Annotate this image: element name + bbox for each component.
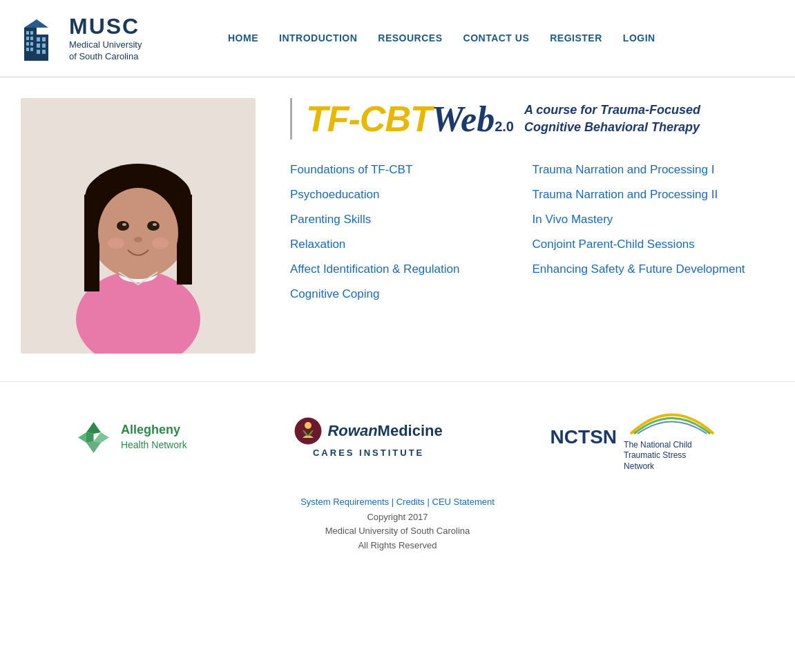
allegheny-logo: Allegheny Health Network xyxy=(75,419,187,457)
svg-rect-11 xyxy=(42,37,46,41)
svg-point-30 xyxy=(153,223,157,226)
svg-point-29 xyxy=(122,223,126,226)
svg-marker-37 xyxy=(86,441,101,453)
course-link-conjoint[interactable]: Conjoint Parent-Child Sessions xyxy=(533,235,775,254)
course-link-trauma2[interactable]: Trauma Narration and Processing II xyxy=(533,185,775,204)
svg-rect-12 xyxy=(37,44,40,48)
nav-introduction[interactable]: INTRODUCTION xyxy=(279,32,357,44)
footer-ceu[interactable]: CEU Statement xyxy=(432,497,495,507)
course-grid: Foundations of TF-CBT Psychoeducation Pa… xyxy=(290,160,774,304)
course-link-affect[interactable]: Affect Identification & Regulation xyxy=(290,260,533,279)
nctsn-full-name: The National Child Traumatic Stress Netw… xyxy=(624,440,713,472)
footer-links: System Requirements | Credits | CEU Stat… xyxy=(21,497,774,507)
allegheny-diamond-icon xyxy=(75,419,113,457)
svg-rect-14 xyxy=(37,50,40,54)
footer: System Requirements | Credits | CEU Stat… xyxy=(0,486,795,567)
course-link-parenting[interactable]: Parenting Skills xyxy=(290,210,533,229)
brand-tfcbt: TF-CBT xyxy=(306,98,432,140)
svg-marker-36 xyxy=(93,432,109,443)
svg-point-31 xyxy=(134,237,142,242)
right-content: TF-CBT Web 2.0 A course for Trauma-Focus… xyxy=(290,98,774,354)
main-content: TF-CBT Web 2.0 A course for Trauma-Focus… xyxy=(0,77,795,367)
header: MUSC Medical University of South Carolin… xyxy=(0,0,795,77)
footer-system-req[interactable]: System Requirements xyxy=(300,497,389,507)
svg-point-40 xyxy=(295,418,321,444)
course-col-left: Foundations of TF-CBT Psychoeducation Pa… xyxy=(290,160,533,304)
svg-point-41 xyxy=(305,422,312,429)
nctsn-arc-icon xyxy=(624,403,720,437)
rowan-logo: RowanMedicine CARES INSTITUTE xyxy=(294,417,442,458)
svg-rect-7 xyxy=(26,48,29,51)
svg-point-33 xyxy=(152,238,169,249)
course-link-relaxation[interactable]: Relaxation xyxy=(290,235,533,254)
rowan-medicine-text: RowanMedicine xyxy=(327,422,442,440)
logo-text: MUSC Medical University of South Carolin… xyxy=(69,14,142,63)
brand-web: Web xyxy=(432,99,495,140)
course-col-right: Trauma Narration and Processing I Trauma… xyxy=(533,160,775,304)
logo-area: MUSC Medical University of South Carolin… xyxy=(21,14,200,63)
svg-rect-10 xyxy=(37,37,40,41)
musc-subtitle: Medical University of South Carolina xyxy=(69,39,142,63)
girl-illustration xyxy=(21,98,256,354)
svg-marker-39 xyxy=(86,432,94,443)
brand-version: 2.0 xyxy=(495,119,514,135)
musc-label: MUSC xyxy=(69,14,142,39)
svg-point-32 xyxy=(108,238,124,249)
logos-section: Allegheny Health Network RowanMedicine C… xyxy=(0,381,795,486)
course-link-psychoeducation[interactable]: Psychoeducation xyxy=(290,185,533,204)
svg-point-26 xyxy=(98,188,178,278)
footer-copyright: Copyright 2017 Medical University of Sou… xyxy=(21,510,774,553)
brand-header: TF-CBT Web 2.0 A course for Trauma-Focus… xyxy=(290,98,774,140)
svg-point-28 xyxy=(147,221,160,231)
nctsn-logo: NCTSN The National Child Traumatic Stres… xyxy=(550,403,720,472)
left-photo-area xyxy=(21,98,269,354)
course-link-invivo[interactable]: In Vivo Mastery xyxy=(533,210,775,229)
svg-rect-15 xyxy=(42,50,46,54)
course-link-foundations[interactable]: Foundations of TF-CBT xyxy=(290,160,533,180)
svg-rect-5 xyxy=(26,42,29,46)
svg-point-27 xyxy=(117,221,129,231)
svg-rect-2 xyxy=(30,31,33,35)
nav-register[interactable]: REGISTER xyxy=(550,32,602,44)
footer-credits[interactable]: Credits xyxy=(396,497,425,507)
nav-resources[interactable]: RESOURCES xyxy=(378,32,442,44)
brand-description: A course for Trauma-Focused Cognitive Be… xyxy=(524,102,700,136)
brand-title: TF-CBT Web 2.0 xyxy=(306,98,514,140)
allegheny-text: Allegheny Health Network xyxy=(121,423,187,452)
rowan-cares-text: CARES INSTITUTE xyxy=(313,448,424,458)
svg-marker-16 xyxy=(24,19,48,28)
course-link-cognitive[interactable]: Cognitive Coping xyxy=(290,285,533,304)
svg-rect-4 xyxy=(30,37,33,40)
svg-rect-1 xyxy=(26,31,29,35)
nctsn-abbr: NCTSN xyxy=(550,426,617,448)
course-link-enhancing[interactable]: Enhancing Safety & Future Development xyxy=(533,260,775,279)
nav-login[interactable]: LOGIN xyxy=(623,32,655,44)
main-nav: HOME INTRODUCTION RESOURCES CONTACT US R… xyxy=(228,32,655,44)
nctsn-arc-area: The National Child Traumatic Stress Netw… xyxy=(624,403,720,472)
svg-marker-35 xyxy=(86,422,101,434)
nav-contact[interactable]: CONTACT US xyxy=(463,32,530,44)
svg-rect-8 xyxy=(30,48,33,51)
musc-building-icon xyxy=(21,14,62,62)
svg-rect-3 xyxy=(26,37,29,40)
girl-photo xyxy=(21,98,256,354)
course-link-trauma1[interactable]: Trauma Narration and Processing I xyxy=(533,160,775,180)
svg-rect-6 xyxy=(30,42,33,46)
svg-rect-13 xyxy=(42,44,46,48)
rowan-icon xyxy=(294,417,322,445)
nav-home[interactable]: HOME xyxy=(228,32,258,44)
